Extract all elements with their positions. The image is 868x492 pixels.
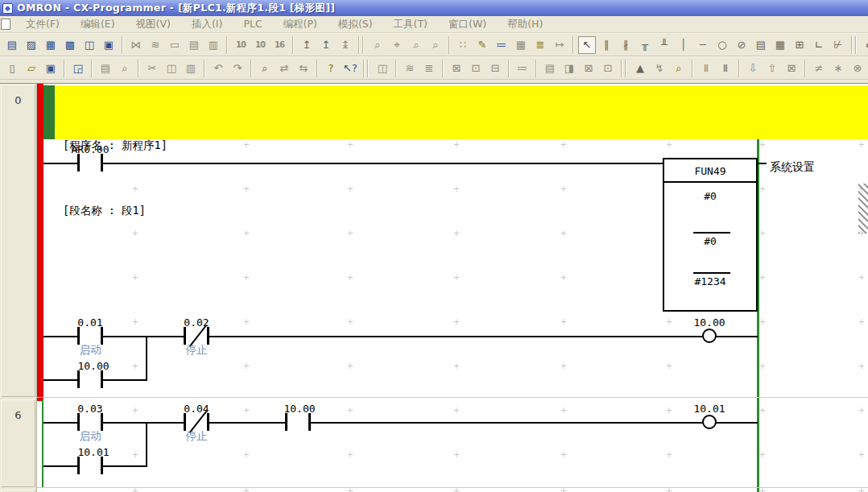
coil-10-01[interactable] (702, 415, 717, 429)
contact-hold-10-01[interactable] (77, 457, 103, 474)
properties-icon[interactable]: ▣ (100, 36, 118, 54)
window-close-icon[interactable]: ⊠ (580, 60, 597, 77)
compile-icon[interactable]: ≋ (401, 60, 419, 77)
memory-view-icon[interactable]: ▥ (205, 36, 222, 54)
help-icon[interactable]: ? (322, 60, 340, 77)
menu-item-tools[interactable]: 工具(T) (383, 16, 438, 33)
zoom-out-icon[interactable]: ⌕ (427, 36, 444, 54)
rung-manager-icon[interactable]: ≔ (514, 60, 531, 77)
print-preview-icon[interactable]: ⌕ (116, 60, 134, 77)
page-setup-icon[interactable]: ◲ (69, 60, 87, 77)
ladder-editor[interactable]: ++++++++++++++++++++++++++++++++++++++++… (0, 83, 868, 492)
menu-item-insert[interactable]: 插入(I) (181, 16, 233, 33)
download-to-plc-icon[interactable]: ⇩ (744, 60, 762, 77)
force-cancel-icon[interactable]: ⊗ (849, 60, 866, 77)
menu-item-program[interactable]: 编程(P) (273, 16, 328, 33)
force-off-icon[interactable]: ↥ (317, 36, 335, 54)
monitor-in-rung-icon[interactable]: ▦ (512, 36, 530, 54)
watch-window-icon[interactable]: ▭ (166, 36, 184, 54)
menu-item-file[interactable]: 文件(F) (15, 16, 70, 33)
find-icon[interactable]: ⌕ (256, 60, 274, 77)
replace-icon[interactable]: ⇄ (275, 60, 293, 77)
address-reference-icon[interactable]: ≋ (147, 36, 164, 54)
fb-operand-2[interactable]: #0 (664, 235, 756, 247)
pause-icon[interactable]: Ⅱ (717, 60, 734, 77)
fb-operand-1[interactable]: #0 (664, 190, 756, 202)
zoom-in-icon[interactable]: ⌕ (407, 36, 425, 54)
paste-icon[interactable]: ▥ (182, 60, 200, 77)
force-on-icon[interactable]: ↥ (298, 36, 316, 54)
horizontal-line-icon[interactable]: ─ (694, 36, 712, 54)
program-header-banner[interactable]: [程序名 : 新程序1] [段名称 : 段1] (55, 85, 868, 139)
cut-icon[interactable]: ✂ (143, 60, 161, 77)
work-online-icon[interactable]: ▲ (631, 60, 649, 77)
online-edit-begin-icon[interactable]: ⊡ (467, 60, 485, 77)
pause-monitor-icon[interactable]: Ⅱ (697, 60, 715, 77)
menu-item-help[interactable]: 帮助(H) (497, 16, 553, 33)
open-file-icon[interactable]: ▱ (23, 60, 40, 77)
menu-item-edit[interactable]: 编辑(E) (70, 16, 126, 33)
window-check-icon[interactable]: ⊡ (599, 60, 617, 77)
invert-icon[interactable]: ⊬ (829, 36, 847, 54)
cross-reference-icon[interactable]: ⋈ (127, 36, 145, 54)
new-or-contact-icon[interactable]: ╥ (636, 36, 654, 54)
online-edit-cancel-icon[interactable]: ⊟ (486, 60, 504, 77)
child-window-icon[interactable] (1, 19, 10, 30)
differential-monitor-icon[interactable]: ≣ (531, 36, 549, 54)
new-coil-icon[interactable]: ○ (713, 36, 731, 54)
rung-cell-6[interactable]: 6 (1, 399, 35, 487)
window-diagram-icon[interactable]: ◨ (560, 60, 578, 77)
vertical-line-icon[interactable]: │ (675, 36, 692, 54)
wrap-rungs-icon[interactable]: ↦ (551, 36, 568, 54)
menu-item-view[interactable]: 视图(V) (126, 16, 181, 33)
new-closed-or-contact-icon[interactable]: ╨ (655, 36, 673, 54)
zoom-to-fit-icon[interactable]: ⌕ (369, 36, 386, 54)
new-file-icon[interactable]: ▯ (3, 60, 21, 77)
contact-10-00[interactable] (285, 413, 311, 431)
mnemonic-view-icon[interactable]: ▨ (23, 36, 40, 54)
output-window-icon[interactable]: ▤ (185, 36, 203, 54)
rung-annotation-icon[interactable]: ≔ (493, 36, 510, 54)
new-pid-icon[interactable]: ⊞ (791, 36, 808, 54)
fb-operand-3[interactable]: #1234 (664, 275, 756, 287)
print-icon[interactable]: ▤ (97, 60, 114, 77)
compare-with-plc-icon[interactable]: ⊠ (783, 60, 800, 77)
save-icon[interactable]: ▣ (42, 60, 60, 77)
new-project-window-icon[interactable]: ▤ (3, 36, 21, 54)
menu-item-simulation[interactable]: 模拟(S) (328, 16, 383, 33)
io-comment-view-icon[interactable]: ▩ (61, 36, 79, 54)
new-instruction-icon[interactable]: ▤ (752, 36, 770, 54)
set-value-icon[interactable]: ∗ (829, 60, 847, 77)
contact-ar0-00[interactable] (77, 154, 103, 172)
contact-hold-10-00[interactable] (77, 370, 103, 388)
undo-icon[interactable]: ↶ (209, 60, 227, 77)
monitor-decimal-icon[interactable]: 10 (232, 36, 250, 54)
select-tool-icon[interactable]: ↖ (578, 36, 596, 54)
online-auto-icon[interactable]: ↯ (651, 60, 668, 77)
new-contact-icon[interactable]: ∥ (597, 36, 615, 54)
zoom-selection-icon[interactable]: ⌖ (388, 36, 406, 54)
monitor-hex-icon[interactable]: 16 (271, 36, 288, 54)
rung-cell-0[interactable]: 0 (1, 85, 35, 397)
menu-item-window[interactable]: 窗口(W) (438, 16, 497, 33)
force-status-icon[interactable]: ↨ (337, 36, 354, 54)
menu-item-plc[interactable]: PLC (233, 16, 272, 33)
grid-toggle-icon[interactable]: ∷ (454, 36, 472, 54)
window-symbols-icon[interactable]: ▤ (541, 60, 559, 77)
symbol-table-icon[interactable]: ▦ (42, 36, 60, 54)
compile-all-icon[interactable]: ≣ (420, 60, 438, 77)
verify-icon[interactable]: ≠ (810, 60, 828, 77)
coil-10-00[interactable] (702, 329, 717, 343)
function-block-fun49[interactable]: FUN49 #0 #0 #1234 (663, 158, 758, 312)
contact-nc-0-04[interactable] (184, 413, 209, 431)
comment-box-icon[interactable]: ✎ (473, 36, 491, 54)
monitor-signed-decimal-icon[interactable]: 10 (251, 36, 269, 54)
new-closed-contact-icon[interactable]: ∦ (617, 36, 634, 54)
copy-icon[interactable]: ◫ (163, 60, 180, 77)
rung-comment-icon[interactable]: ◫ (81, 36, 98, 54)
corner-line-icon[interactable]: ∟ (810, 36, 828, 54)
online-edit-send-icon[interactable]: ⊠ (448, 60, 465, 77)
context-help-icon[interactable]: ↖? (341, 60, 359, 77)
redo-icon[interactable]: ↷ (229, 60, 246, 77)
upload-from-plc-icon[interactable]: ⇧ (763, 60, 781, 77)
